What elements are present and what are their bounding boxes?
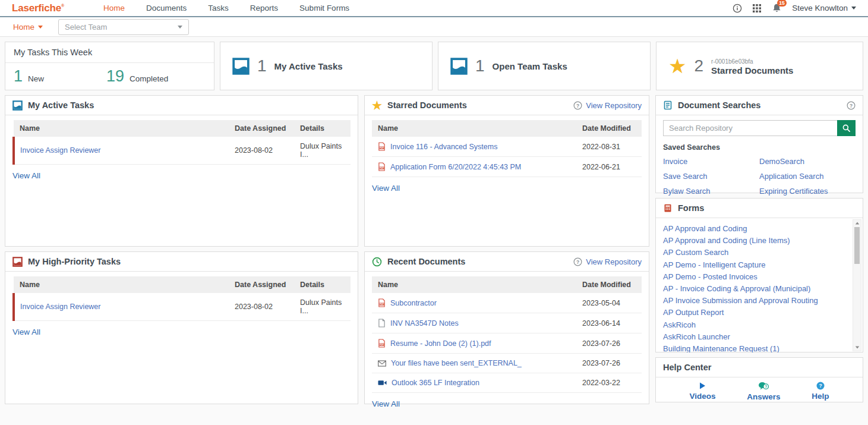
form-link[interactable]: AP Output Report [663,307,847,319]
completed-tasks-stat: 19 Completed [106,68,168,84]
help-videos[interactable]: Videos [689,382,715,401]
document-link[interactable]: INV NA3547D Notes [390,319,459,328]
date-modified-cell: 2023-07-26 [576,354,642,373]
document-link[interactable]: Invoice 116 - Advanced Systems [390,143,497,151]
new-tasks-label: New [28,74,44,83]
date-modified-cell: 2022-03-22 [576,373,642,393]
task-link[interactable]: Invoice Assign Reviewer [20,303,100,311]
svg-text:PDF: PDF [380,167,384,169]
notifications-bell-icon[interactable]: 15 [772,3,782,13]
search-repository-input[interactable] [663,120,837,136]
nav-reports[interactable]: Reports [250,4,278,12]
search-button[interactable] [837,120,856,136]
view-all-link[interactable]: View All [372,184,400,193]
recent-documents-panel: Recent Documents ? View Repository Name … [364,251,649,404]
view-all-link[interactable]: View All [372,399,400,408]
user-menu[interactable]: Steve Knowlton [792,4,856,12]
svg-text:?: ? [576,102,579,108]
saved-search-link[interactable]: Save Search [663,172,759,181]
pdf-icon: PDF [378,339,386,348]
video-icon [378,380,387,386]
table-row: PDF Subcontractor 2023-05-04 [372,293,642,313]
form-link[interactable]: AskRicoh [663,319,847,331]
help-answers[interactable]: ? Answers [747,382,780,401]
document-link[interactable]: Outlook 365 LF Integration [392,379,479,387]
saved-search-link[interactable]: DemoSearch [759,157,856,166]
column-header-date-modified: Date Modified [576,276,642,293]
column-header-date-assigned: Date Assigned [229,120,294,137]
column-header-name: Name [372,120,576,137]
help-circle-icon[interactable]: ? [847,101,856,110]
help-help[interactable]: ? Help [812,382,829,401]
question-circle-icon: ? [816,382,825,390]
panel-title: My Active Tasks [28,100,94,110]
scrollbar[interactable] [853,219,861,351]
nav-tasks[interactable]: Tasks [208,4,229,12]
saved-search-link[interactable]: Bylaw Search [663,187,759,196]
help-circle-icon: ? [573,101,582,110]
help-circle-icon: ? [573,257,582,266]
view-all-link[interactable]: View All [12,171,40,180]
nav-submit-forms[interactable]: Submit Forms [299,4,349,12]
forms-panel: Forms AP Approval and Coding AP Approval… [655,198,863,352]
form-link[interactable]: AP - Invoice Coding & Approval (Municipa… [663,283,847,295]
help-item-label: Help [812,392,829,401]
breadcrumb: Home [13,23,34,32]
document-link[interactable]: Your files have been sent_EXTERNAL_ [391,359,522,367]
form-link[interactable]: AP Invoice Submission and Approval Routi… [663,295,847,307]
form-link[interactable]: AP Approval and Coding (Line Items) [663,235,847,247]
view-repository-link[interactable]: View Repository [586,257,642,266]
view-repository-link[interactable]: View Repository [586,101,642,110]
card-title: My Tasks This Week [5,42,214,63]
table-row: PDF Invoice 116 - Advanced Systems 2022-… [372,137,642,157]
info-icon[interactable] [733,4,742,13]
document-search-icon [663,100,673,110]
svg-text:?: ? [819,383,822,389]
date-modified-cell: 2022-06-21 [576,157,642,177]
form-link[interactable]: AP Demo - Intelligent Capture [663,259,847,271]
svg-text:?: ? [850,102,853,108]
chevron-down-icon [178,26,182,29]
document-link[interactable]: Resume - John Doe (2) (1).pdf [390,339,491,348]
document-searches-panel: Document Searches ? Saved Searches Invo [655,95,863,193]
saved-search-link[interactable]: Application Search [759,172,856,181]
my-active-tasks-card[interactable]: 1 My Active Tasks [220,42,433,90]
form-link[interactable]: Building Maintenance Request (1) [663,343,847,352]
user-name: Steve Knowlton [792,4,848,12]
email-icon [378,360,386,367]
form-link[interactable]: AskRicoh Launcher [663,331,847,343]
panel-title: Recent Documents [387,257,465,266]
task-link[interactable]: Invoice Assign Reviewer [20,146,100,155]
saved-search-link[interactable]: Invoice [663,157,759,166]
table-row: PDF Application Form 6/20/2022 4:45:43 P… [372,157,642,177]
document-link[interactable]: Subcontractor [390,299,437,307]
scroll-down-arrow-icon[interactable] [855,347,858,349]
app-grid-icon[interactable] [752,4,762,13]
nav-home[interactable]: Home [103,4,125,12]
home-dropdown[interactable]: Home [13,23,43,32]
form-link[interactable]: AP Demo - Posted Invoices [663,271,847,283]
chevron-down-icon [38,26,43,29]
open-team-tasks-card[interactable]: 1 Open Team Tasks [438,42,651,90]
team-select[interactable]: Select Team [58,19,189,35]
view-all-link[interactable]: View All [12,328,40,336]
date-modified-cell: 2023-05-04 [576,293,642,313]
forms-list: AP Approval and Coding AP Approval and C… [656,218,863,352]
column-header-details: Details [294,276,351,293]
high-priority-tasks-table: Name Date Assigned Details Invoice Assig… [12,276,351,321]
nav-documents[interactable]: Documents [146,4,187,12]
saved-search-link[interactable]: Expiring Certificates [759,187,856,196]
column-header-name: Name [372,276,576,293]
starred-documents-card[interactable]: ★ 2 r-0001b6e03bfa Starred Documents [656,42,863,90]
panel-title: Help Center [663,363,711,372]
scroll-up-arrow-icon[interactable] [855,222,858,225]
clock-icon [372,257,382,267]
form-link[interactable]: AP Custom Search [663,247,847,259]
form-link[interactable]: AP Approval and Coding [663,223,847,235]
document-link[interactable]: Application Form 6/20/2022 4:45:43 PM [390,163,521,171]
starred-count: 2 [694,56,703,75]
details-cell: Dulux Paints I... [294,293,351,321]
svg-text:PDF: PDF [380,344,384,346]
active-tasks-table: Name Date Assigned Details Invoice Assig… [12,120,351,165]
scrollbar-thumb[interactable] [854,227,860,264]
